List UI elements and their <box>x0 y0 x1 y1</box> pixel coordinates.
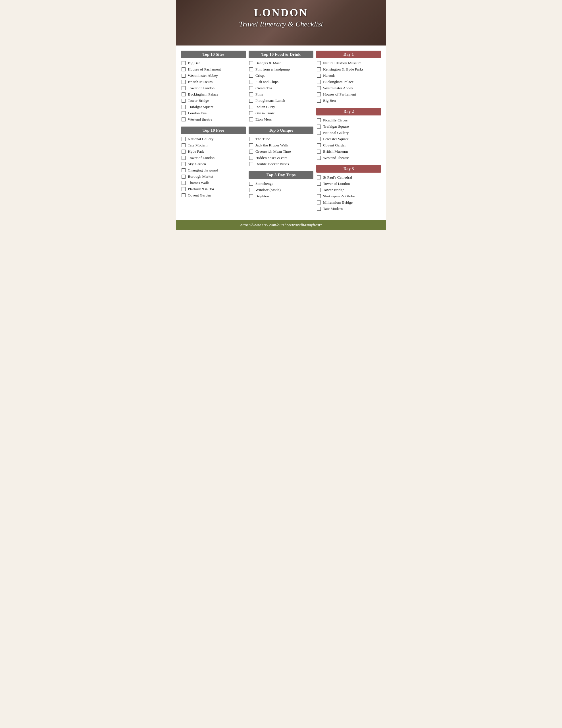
day2-list: Picadilly Circus Trafalgar Square Nation… <box>316 117 381 161</box>
list-item: National Gallery <box>316 130 381 136</box>
top10-sites-list: Big Ben Houses of Parliament Westminster… <box>181 60 246 123</box>
checkbox[interactable] <box>249 194 253 198</box>
list-item: Eton Mess <box>249 116 313 123</box>
list-item: Leicester Square <box>316 136 381 142</box>
checkbox[interactable] <box>182 111 186 115</box>
checkbox[interactable] <box>317 200 321 204</box>
list-item: Shakespeare's Globe <box>316 193 381 199</box>
checkbox[interactable] <box>317 67 321 71</box>
checkbox[interactable] <box>317 188 321 192</box>
column-1: Top 10 Sites Big Ben Houses of Parliamen… <box>181 51 246 216</box>
checkbox[interactable] <box>182 193 186 197</box>
top3-daytrips-header: Top 3 Day Trips <box>249 171 313 179</box>
checkbox[interactable] <box>249 117 253 121</box>
top10-free-list: National Gallery Tate Modern Hyde Park T… <box>181 136 246 198</box>
checkbox[interactable] <box>249 143 253 147</box>
checkbox[interactable] <box>317 61 321 65</box>
list-item: Houses of Parliament <box>181 66 246 73</box>
list-item: National Gallery <box>181 136 246 142</box>
list-item: Tate Modern <box>181 142 246 148</box>
checkbox[interactable] <box>317 86 321 90</box>
checkbox[interactable] <box>317 92 321 96</box>
checkbox[interactable] <box>317 125 321 129</box>
day2-section: Day 2 Picadilly Circus Trafalgar Square … <box>316 108 381 161</box>
checkbox[interactable] <box>317 175 321 179</box>
list-item: Borough Market <box>181 173 246 180</box>
checkbox[interactable] <box>317 137 321 141</box>
checkbox[interactable] <box>317 182 321 186</box>
checkbox[interactable] <box>249 111 253 115</box>
list-item: Changing the guard <box>181 167 246 173</box>
day2-header: Day 2 <box>316 108 381 115</box>
checkbox[interactable] <box>317 156 321 160</box>
checkbox[interactable] <box>249 92 253 96</box>
checkbox[interactable] <box>182 187 186 191</box>
checkbox[interactable] <box>249 74 253 78</box>
checkbox[interactable] <box>317 194 321 198</box>
checkbox[interactable] <box>249 80 253 84</box>
checkbox[interactable] <box>249 86 253 90</box>
list-item: Pims <box>249 91 313 98</box>
checkbox[interactable] <box>182 156 186 160</box>
top3-daytrips-list: Stonehenge Windsor (castle) Brighton <box>249 181 313 199</box>
checkbox[interactable] <box>317 143 321 147</box>
day3-header: Day 3 <box>316 165 381 173</box>
checkbox[interactable] <box>317 118 321 122</box>
checkbox[interactable] <box>317 99 321 103</box>
list-item: Westminster Abbey <box>316 85 381 91</box>
top5-unique-section: Top 5 Unique The Tube Jack the Ripper Wa… <box>249 127 313 167</box>
checkbox[interactable] <box>182 86 186 90</box>
list-item: British Museum <box>316 148 381 155</box>
checkbox[interactable] <box>182 105 186 109</box>
top5-unique-list: The Tube Jack the Ripper Walk Greenwich … <box>249 136 313 167</box>
checkbox[interactable] <box>317 131 321 135</box>
list-item: British Museum <box>181 79 246 85</box>
list-item: Stonehenge <box>249 181 313 187</box>
checkbox[interactable] <box>249 150 253 154</box>
checkbox[interactable] <box>182 92 186 96</box>
checkbox[interactable] <box>182 162 186 166</box>
checkbox[interactable] <box>249 61 253 65</box>
checkbox[interactable] <box>249 156 253 160</box>
checkbox[interactable] <box>317 207 321 211</box>
list-item: Tate Modern <box>316 206 381 212</box>
checkbox[interactable] <box>182 143 186 147</box>
list-item: Covent Garden <box>181 192 246 198</box>
footer-url: https://www.etsy.com/au/shop/travelhasmy… <box>240 223 321 227</box>
list-item: Hidden noses & ears <box>249 155 313 161</box>
checkbox[interactable] <box>249 182 253 186</box>
checkbox[interactable] <box>182 99 186 103</box>
checkbox[interactable] <box>182 117 186 121</box>
top10-food-list: Bangers & Mash Pint from a handpump Cris… <box>249 60 313 123</box>
checkbox[interactable] <box>182 61 186 65</box>
checkbox[interactable] <box>317 74 321 78</box>
checkbox[interactable] <box>182 168 186 172</box>
checkbox[interactable] <box>182 74 186 78</box>
top10-sites-header: Top 10 Sites <box>181 51 246 58</box>
checkbox[interactable] <box>249 67 253 71</box>
checkbox[interactable] <box>182 137 186 141</box>
checkbox[interactable] <box>182 150 186 154</box>
checkbox[interactable] <box>182 181 186 185</box>
checkbox[interactable] <box>182 67 186 71</box>
list-item: Westminster Abbey <box>181 73 246 79</box>
checkbox[interactable] <box>182 80 186 84</box>
list-item: The Tube <box>249 136 313 142</box>
list-item: Big Ben <box>181 60 246 66</box>
checkbox[interactable] <box>249 137 253 141</box>
column-2: Top 10 Food & Drink Bangers & Mash Pint … <box>249 51 313 216</box>
top3-daytrips-section: Top 3 Day Trips Stonehenge Windsor (cast… <box>249 171 313 199</box>
checkbox[interactable] <box>249 162 253 166</box>
checkbox[interactable] <box>317 80 321 84</box>
checkbox[interactable] <box>249 105 253 109</box>
checkbox[interactable] <box>182 175 186 179</box>
page-subtitle: Travel Itinerary & Checklist <box>176 20 386 28</box>
checkbox[interactable] <box>249 99 253 103</box>
list-item: Westend Theatre <box>316 155 381 161</box>
list-item: Tower of London <box>181 155 246 161</box>
checkbox[interactable] <box>317 150 321 154</box>
list-item: London Eye <box>181 110 246 116</box>
top10-food-header: Top 10 Food & Drink <box>249 51 313 58</box>
checkbox[interactable] <box>249 188 253 192</box>
page-title: LONDON <box>176 6 386 19</box>
